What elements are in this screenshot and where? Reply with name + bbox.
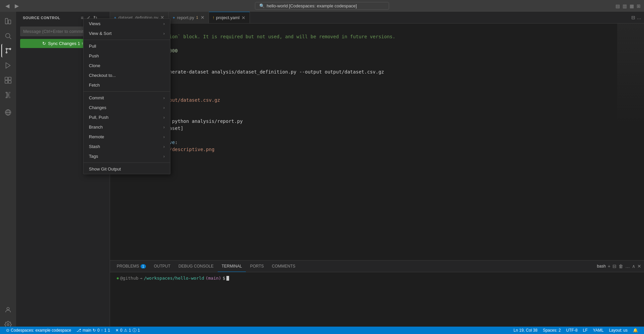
menu-item-changes[interactable]: Changes ›: [84, 103, 170, 112]
menu-item-remote[interactable]: Remote ›: [84, 132, 170, 142]
svg-rect-0: [5, 18, 8, 24]
menu-label: View & Sort: [89, 31, 112, 36]
ln-col-status-item[interactable]: Ln 19, Col 38: [511, 328, 540, 333]
prompt-github: @github: [120, 276, 139, 281]
layout-status-item[interactable]: Layout: us: [606, 328, 630, 333]
more-tab-actions-icon[interactable]: …: [637, 15, 641, 20]
editor-content[interactable]: 1 '1.0' 2 The `expectation` block. It is…: [110, 23, 644, 260]
menu-item-pull[interactable]: Pull: [84, 41, 170, 51]
submenu-arrow-icon: ›: [163, 105, 165, 110]
menu-item-commit[interactable]: Commit ›: [84, 93, 170, 103]
svg-point-2: [6, 34, 10, 38]
svg-line-3: [9, 37, 11, 39]
errors-status-item[interactable]: ✕ 0 ⚠ 1 ⓘ 1: [113, 327, 143, 334]
tab-project-yaml[interactable]: ! project.yaml ✕: [209, 12, 250, 23]
ports-label: PORTS: [250, 264, 264, 269]
menu-item-pull-push[interactable]: Pull, Push ›: [84, 112, 170, 122]
tab-bar: ● dataset_definition.py ✕ ● report.py 1 …: [110, 12, 644, 23]
new-terminal-button[interactable]: +: [608, 264, 610, 269]
tab-comments[interactable]: COMMENTS: [268, 260, 300, 272]
code-line: 8 ;: [110, 76, 644, 83]
maximize-panel-button[interactable]: ∧: [632, 264, 635, 269]
status-bar: ⊙ Codespaces: example codespace ⎇ main ↻…: [0, 327, 644, 334]
terminal-more-button[interactable]: …: [625, 264, 630, 269]
title-bar-search[interactable]: 🔍 hello-world [Codespaces: example codes…: [255, 2, 389, 10]
eol-status-item[interactable]: LF: [580, 328, 590, 333]
spaces-status-item[interactable]: Spaces: 2: [540, 328, 563, 333]
toggle-panel-icon[interactable]: ▥: [623, 3, 627, 9]
code-line: 5: [110, 54, 644, 61]
close-panel-button[interactable]: ✕: [637, 264, 641, 269]
tab-terminal[interactable]: TERMINAL: [218, 260, 246, 272]
tab-output[interactable]: OUTPUT: [150, 260, 174, 272]
tab-problems[interactable]: PROBLEMS 1: [113, 260, 150, 272]
tab-report[interactable]: ● report.py 1 ✕: [169, 12, 209, 23]
branch-status-item[interactable]: ⎇ main ↻ 0 ↑ 1 1: [74, 327, 113, 334]
menu-label: Push: [89, 53, 99, 58]
tab-debug-console[interactable]: DEBUG CONSOLE: [174, 260, 218, 272]
sidebar-item-testing[interactable]: [1, 88, 15, 102]
toggle-sidebar-icon[interactable]: ▤: [615, 3, 620, 9]
menu-item-branch[interactable]: Branch ›: [84, 122, 170, 132]
menu-item-show-git-output[interactable]: Show Git Output: [84, 164, 170, 174]
sidebar-item-accounts[interactable]: [1, 303, 15, 317]
code-line: 14 python:latest python analysis/report.…: [110, 118, 644, 125]
info-count: 1: [138, 328, 140, 333]
language-status-item[interactable]: YAML: [590, 328, 606, 333]
menu-item-stash[interactable]: Stash ›: [84, 142, 170, 151]
layout-label: Layout: us: [609, 328, 628, 333]
terminal-content[interactable]: ● @github → /workspaces/hello-world (mai…: [110, 272, 644, 334]
remote-status-item[interactable]: ⊙ Codespaces: example codespace: [3, 327, 74, 334]
submenu-arrow-icon: ›: [163, 31, 165, 36]
comments-label: COMMENTS: [272, 264, 296, 269]
problems-badge: 1: [141, 264, 146, 269]
terminal-panel: PROBLEMS 1 OUTPUT DEBUG CONSOLE TERMINAL…: [110, 260, 644, 334]
code-line: 6 dataset:: [110, 61, 644, 68]
code-line: 18 - t: output/descriptive.png: [110, 146, 644, 153]
code-line: 19: [110, 153, 644, 160]
code-line: 11 - yset: output/dataset.csv.gz: [110, 97, 644, 104]
sync-icon: ↻: [42, 41, 46, 46]
close-tab-icon[interactable]: ✕: [201, 15, 205, 20]
split-terminal-button[interactable]: ⊟: [612, 264, 616, 269]
menu-item-views[interactable]: Views ›: [84, 19, 170, 29]
svg-rect-10: [5, 81, 8, 83]
svg-rect-11: [8, 81, 11, 83]
panel-actions: bash + ⊟ 🗑 … ∧ ✕: [597, 264, 641, 269]
submenu-arrow-icon: ›: [163, 115, 165, 120]
sidebar-item-search[interactable]: [1, 29, 15, 43]
menu-item-checkout[interactable]: Checkout to...: [84, 70, 170, 80]
forward-button[interactable]: ▶: [13, 1, 21, 10]
toggle-layout-icon[interactable]: ▦: [630, 3, 634, 9]
trash-terminal-button[interactable]: 🗑: [619, 264, 623, 269]
sidebar-item-run-debug[interactable]: [1, 59, 15, 72]
search-text: hello-world [Codespaces: example codespa…: [267, 3, 357, 8]
menu-item-push[interactable]: Push: [84, 51, 170, 61]
svg-marker-7: [6, 63, 10, 68]
back-button[interactable]: ◀: [3, 1, 11, 10]
customize-layout-icon[interactable]: ⊞: [637, 3, 641, 9]
branch-label: main: [83, 328, 91, 333]
menu-label: Fetch: [89, 83, 100, 88]
split-editor-icon[interactable]: ⊟: [631, 15, 635, 20]
menu-item-view-sort[interactable]: View & Sort ›: [84, 29, 170, 38]
sidebar-item-extensions[interactable]: [1, 74, 15, 87]
tab-ports[interactable]: PORTS: [246, 260, 268, 272]
ln-col-label: Ln 19, Col 38: [514, 328, 537, 333]
code-line: 10 _sensitive:: [110, 90, 644, 97]
code-line: 3 ;: [110, 40, 644, 47]
menu-item-tags[interactable]: Tags ›: [84, 151, 170, 161]
close-tab-icon[interactable]: ✕: [241, 15, 246, 20]
sidebar-item-source-control[interactable]: [1, 44, 15, 57]
encoding-status-item[interactable]: UTF-8: [564, 328, 580, 333]
sidebar-item-remote-explorer[interactable]: [1, 106, 15, 119]
sync-status-icon: ↻: [93, 328, 96, 333]
menu-label: Remote: [89, 134, 104, 139]
notifications-status-item[interactable]: 🔔: [630, 328, 641, 333]
menu-item-clone[interactable]: Clone: [84, 61, 170, 70]
status-bar-right: Ln 19, Col 38 Spaces: 2 UTF-8 LF YAML La…: [511, 328, 641, 333]
menu-item-fetch[interactable]: Fetch: [84, 80, 170, 90]
tab-label: project.yaml: [216, 15, 239, 20]
sidebar-item-explorer[interactable]: [1, 14, 15, 28]
svg-point-16: [7, 324, 9, 326]
